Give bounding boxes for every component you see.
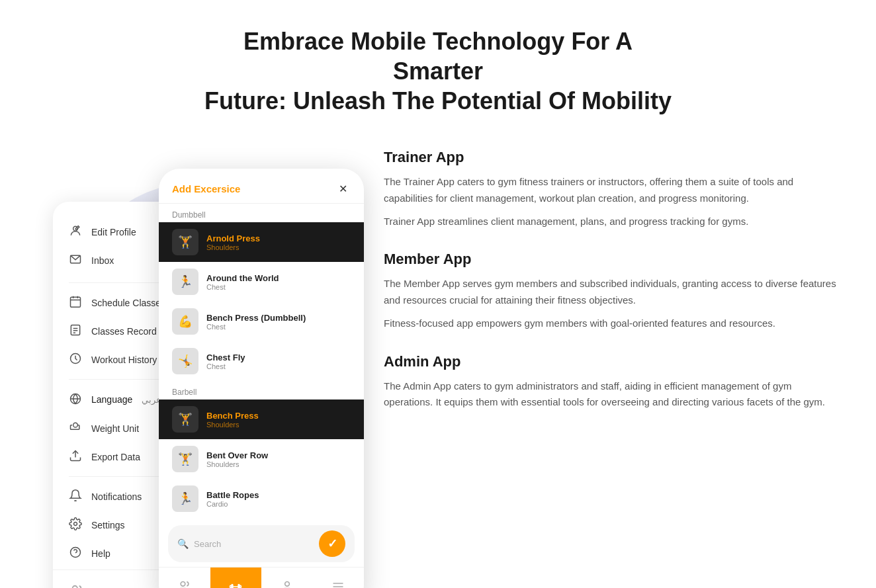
exercise-cat-bent-row: Shoulders: [206, 460, 268, 468]
menu-label-inbox: Inbox: [91, 255, 114, 266]
page-header: Embrace Mobile Technology For A Smarter …: [40, 26, 836, 116]
menu-label-settings: Settings: [91, 520, 125, 530]
weight-icon: [69, 421, 82, 436]
help-icon: [69, 546, 82, 561]
inner-phone-exercise-list: Add Excersice ✕ Dumbbell 🏋 Arnold Press …: [159, 169, 364, 588]
exercise-cat-bench-bb: Shoulders: [206, 421, 259, 429]
menu-label-export-data: Export Data: [91, 452, 140, 462]
menu-label-weight-unit: Weight Unit: [91, 423, 139, 434]
exercise-bench-press-barbell[interactable]: 🏋 Bench Press Shoulders: [159, 399, 364, 439]
exercise-name-arnold: Arnold Press: [206, 233, 260, 243]
exercise-chest-fly[interactable]: 🤸 Chest Fly Chest: [159, 341, 364, 381]
exercise-cat-battle-ropes: Cardio: [206, 500, 259, 508]
inner-bottom-nav: [159, 567, 364, 588]
exercise-name-chest-fly: Chest Fly: [206, 353, 245, 362]
svg-point-14: [74, 523, 77, 526]
exercise-thumb-arnold: 🏋: [172, 229, 198, 255]
exercise-cat-chest-fly: Chest: [206, 362, 245, 370]
admin-app-title: Admin App: [384, 353, 836, 370]
exercise-cat-around: Chest: [206, 283, 279, 291]
history-icon: [69, 352, 82, 367]
inner-nav-profile[interactable]: [261, 567, 313, 588]
menu-label-help: Help: [91, 548, 110, 559]
svg-point-33: [285, 581, 289, 586]
calendar-icon: [69, 295, 82, 310]
menu-label-schedule: Schedule Classes: [91, 298, 165, 308]
exercise-cat-arnold: Shoulders: [206, 243, 260, 251]
inner-nav-dumbbell[interactable]: [210, 567, 262, 588]
svg-point-27: [181, 581, 185, 586]
exercise-thumb-bent-row: 🏋: [172, 446, 198, 472]
member-app-section: Member App The Member App serves gym mem…: [384, 251, 836, 331]
trainer-app-para-2: Trainer App streamlines client managemen…: [384, 214, 836, 230]
menu-label-notifications: Notifications: [91, 491, 142, 502]
export-icon: [69, 449, 82, 464]
outer-nav-dumbbell[interactable]: [101, 570, 150, 588]
member-app-para-1: The Member App serves gym members and su…: [384, 276, 836, 309]
svg-point-15: [71, 548, 81, 558]
member-app-title: Member App: [384, 251, 836, 268]
svg-rect-31: [238, 584, 240, 588]
search-bar[interactable]: 🔍 Search ✓: [168, 525, 355, 562]
confirm-button[interactable]: ✓: [319, 530, 345, 557]
right-content-area: Trainer App The Trainer App caters to gy…: [384, 142, 836, 432]
record-icon: [69, 323, 82, 339]
menu-label-edit-profile: Edit Profile: [91, 227, 136, 237]
exercise-arnold-press[interactable]: 🏋 Arnold Press Shoulders: [159, 222, 364, 262]
modal-header: Add Excersice ✕: [159, 169, 364, 204]
svg-rect-6: [71, 325, 79, 335]
phone-mockup-area: Edit Profile Inbox: [40, 142, 357, 588]
exercise-cat-bench-db: Chest: [206, 323, 306, 331]
exercise-thumb-battle-ropes: 🏃: [172, 485, 198, 512]
settings-icon: [69, 517, 82, 532]
page-title: Embrace Mobile Technology For A Smarter …: [200, 26, 676, 116]
modal-close-button[interactable]: ✕: [335, 181, 351, 196]
exercise-name-bent-row: Bent Over Row: [206, 450, 268, 460]
trainer-app-section: Trainer App The Trainer App caters to gy…: [384, 149, 836, 230]
member-app-para-2: Fitness-focused app empowers gym members…: [384, 315, 836, 332]
exercise-name-bench-bb: Bench Press: [206, 411, 259, 421]
search-placeholder-text: Search: [194, 539, 314, 549]
exercise-name-bench-db: Bench Press (Dumbbell): [206, 313, 306, 323]
search-icon: 🔍: [177, 538, 189, 549]
exercise-name-around: Around the World: [206, 273, 279, 283]
svg-point-12: [73, 423, 78, 427]
svg-point-17: [73, 585, 77, 588]
exercise-thumb-bench-db: 💪: [172, 308, 198, 335]
outer-nav-people[interactable]: [53, 570, 101, 588]
svg-rect-30: [232, 584, 233, 588]
inner-nav-menu[interactable]: [313, 567, 365, 588]
svg-rect-2: [71, 297, 81, 307]
category-barbell: Barbell: [159, 381, 364, 399]
admin-app-para-1: The Admin App caters to gym administrato…: [384, 378, 836, 411]
user-edit-icon: [69, 224, 82, 239]
language-icon: [69, 392, 82, 407]
exercise-bench-press-dumbbell[interactable]: 💪 Bench Press (Dumbbell) Chest: [159, 302, 364, 341]
exercise-thumb-chest-fly: 🤸: [172, 348, 198, 374]
menu-label-classes-record: Classes Record: [91, 326, 157, 337]
modal-title: Add Excersice: [172, 183, 240, 194]
menu-label-workout-history: Workout History: [91, 355, 157, 365]
admin-app-section: Admin App The Admin App caters to gym ad…: [384, 353, 836, 411]
inner-nav-people[interactable]: [159, 567, 210, 588]
exercise-around-world[interactable]: 🏃 Around the World Chest: [159, 262, 364, 302]
trainer-app-para-1: The Trainer App caters to gym fitness tr…: [384, 174, 836, 207]
exercise-thumb-around: 🏃: [172, 269, 198, 295]
bell-icon: [69, 489, 82, 504]
exercise-name-battle-ropes: Battle Ropes: [206, 490, 259, 500]
exercise-bent-over-row[interactable]: 🏋 Bent Over Row Shoulders: [159, 439, 364, 479]
trainer-app-title: Trainer App: [384, 149, 836, 166]
category-dumbbell: Dumbbell: [159, 204, 364, 222]
inbox-icon: [69, 253, 82, 268]
menu-label-language: Language: [91, 394, 132, 405]
exercise-battle-ropes[interactable]: 🏃 Battle Ropes Cardio: [159, 479, 364, 519]
exercise-thumb-bench-bb: 🏋: [172, 406, 198, 433]
